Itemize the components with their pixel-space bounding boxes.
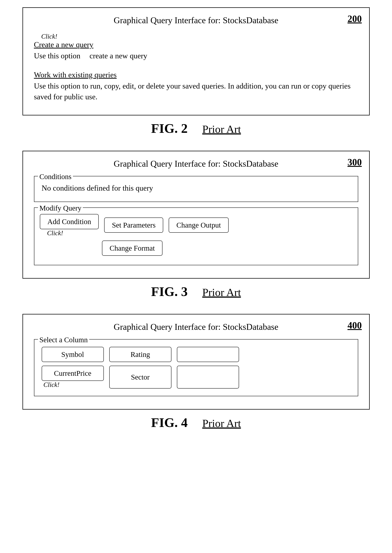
- figure-3-block: 300 Graphical Query Interface for: Stock…: [15, 151, 377, 303]
- fig4-currentprice-button[interactable]: CurrentPrice: [42, 366, 104, 381]
- fig3-add-condition-block: Add Condition Click!: [40, 214, 99, 237]
- fig2-label: FIG. 2: [151, 121, 188, 136]
- fig2-caption: FIG. 2 Prior Art: [151, 121, 241, 136]
- figure-2-block: 200 Graphical Query Interface for: Stock…: [15, 7, 377, 140]
- fig3-change-format-button[interactable]: Change Format: [102, 241, 163, 256]
- fig4-title: Graphical Query Interface for: StocksDat…: [34, 322, 358, 332]
- fig2-existing-link[interactable]: Work with existing queries: [34, 71, 358, 79]
- fig3-label: FIG. 3: [151, 284, 188, 299]
- fig3-add-condition-button[interactable]: Add Condition: [40, 214, 99, 229]
- fig2-existing-desc: Use this option to run, copy, edit, or d…: [34, 81, 358, 102]
- fig4-ui-box: 400 Graphical Query Interface for: Stock…: [22, 314, 370, 409]
- fig3-button-row-2: Change Format: [102, 241, 352, 256]
- fig4-prior-art: Prior Art: [202, 417, 241, 430]
- fig4-sector-button[interactable]: Sector: [109, 366, 171, 388]
- fig2-create-section: Click! Create a new query Use this optio…: [34, 33, 358, 67]
- fig4-click-label: Click!: [43, 381, 104, 388]
- fig3-conditions-legend: Conditions: [38, 172, 73, 181]
- fig2-title: Graphical Query Interface for: StocksDat…: [34, 15, 358, 25]
- fig3-button-row-1: Add Condition Click! Set Parameters Chan…: [40, 213, 352, 237]
- fig2-create-desc: Use this optioncreate a new query: [34, 50, 147, 61]
- fig4-empty1: [177, 347, 239, 362]
- fig3-change-output-button[interactable]: Change Output: [169, 217, 228, 233]
- fig4-ref: 400: [348, 320, 362, 331]
- fig2-click-label: Click!: [41, 33, 57, 40]
- fig4-select-box: Select a Column Symbol Rating CurrentPri…: [34, 339, 358, 396]
- fig3-set-parameters-button[interactable]: Set Parameters: [104, 217, 163, 233]
- fig4-caption: FIG. 4 Prior Art: [151, 415, 241, 430]
- figure-4-block: 400 Graphical Query Interface for: Stock…: [15, 314, 377, 434]
- fig3-no-conditions: No conditions defined for this query: [40, 180, 352, 196]
- fig4-rating-button[interactable]: Rating: [109, 347, 171, 362]
- fig2-ui-box: 200 Graphical Query Interface for: Stock…: [22, 7, 370, 115]
- fig4-select-legend: Select a Column: [38, 336, 89, 344]
- fig3-ref: 300: [348, 157, 362, 168]
- fig4-symbol-button[interactable]: Symbol: [42, 347, 104, 362]
- fig4-label: FIG. 4: [151, 415, 188, 430]
- fig3-ui-box: 300 Graphical Query Interface for: Stock…: [22, 151, 370, 279]
- fig2-create-link[interactable]: Create a new query: [34, 40, 358, 49]
- fig3-modify-box: Modify Query Add Condition Click! Set Pa…: [34, 208, 358, 265]
- page-container: 200 Graphical Query Interface for: Stock…: [15, 7, 377, 445]
- fig3-conditions-box: Conditions No conditions defined for thi…: [34, 176, 358, 202]
- fig3-caption: FIG. 3 Prior Art: [151, 284, 241, 299]
- fig3-prior-art: Prior Art: [202, 286, 241, 299]
- fig2-ref: 200: [348, 13, 362, 24]
- fig3-modify-legend: Modify Query: [38, 204, 83, 212]
- fig3-click-label: Click!: [47, 229, 99, 237]
- fig4-empty2: [177, 366, 239, 388]
- fig2-prior-art: Prior Art: [202, 123, 241, 136]
- fig2-existing-section: Work with existing queries Use this opti…: [34, 71, 358, 102]
- fig3-title: Graphical Query Interface for: StocksDat…: [34, 158, 358, 169]
